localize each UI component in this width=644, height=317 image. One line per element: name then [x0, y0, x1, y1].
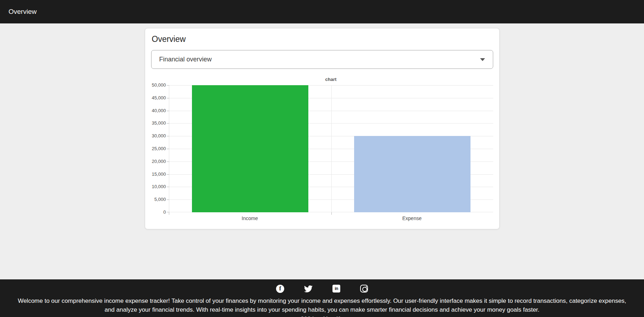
main-content: Overview Financial overview chart 05,000…: [0, 28, 644, 279]
chevron-down-icon: [480, 58, 485, 61]
instagram-icon[interactable]: [360, 285, 368, 293]
card-title: Overview: [152, 34, 493, 44]
y-axis-tick: [167, 85, 169, 86]
y-axis-tick: [167, 123, 169, 124]
x-axis-tick: [331, 212, 332, 215]
y-axis-tick: [167, 111, 169, 111]
chart-bar-expense[interactable]: [354, 136, 470, 212]
x-axis-tick: [169, 212, 169, 215]
brand-name: Vuetify: [324, 316, 343, 317]
y-axis-label: 0: [147, 209, 166, 215]
twitter-icon[interactable]: [304, 284, 313, 293]
footer: f in Welcome to our comprehensive income…: [0, 279, 644, 317]
y-axis-tick: [167, 162, 169, 162]
social-links: f in: [0, 284, 644, 293]
x-axis-label: Expense: [331, 215, 493, 221]
overview-card: Overview Financial overview chart 05,000…: [145, 28, 500, 229]
x-axis-label: Income: [169, 215, 331, 221]
y-axis-label: 30,000: [147, 133, 166, 138]
select-value: Financial overview: [159, 56, 212, 63]
y-axis-label: 10,000: [147, 184, 166, 189]
y-axis-tick: [167, 200, 169, 200]
y-axis-label: 35,000: [147, 120, 166, 126]
copyright-year: 2024 —: [301, 316, 322, 317]
y-axis-label: 50,000: [147, 82, 166, 88]
y-axis-tick: [167, 149, 169, 149]
chart-title: chart: [169, 77, 493, 82]
y-axis-label: 25,000: [147, 146, 166, 151]
app-bar-title: Overview: [9, 8, 37, 16]
facebook-icon[interactable]: f: [276, 285, 284, 293]
y-axis-label: 20,000: [147, 159, 166, 164]
y-axis-label: 15,000: [147, 171, 166, 177]
linkedin-icon[interactable]: in: [332, 285, 340, 293]
y-axis-tick: [167, 136, 169, 136]
x-axis-labels: IncomeExpense: [169, 215, 493, 221]
footer-description: Welcome to our comprehensive income expe…: [0, 296, 644, 314]
financial-overview-select[interactable]: Financial overview: [151, 50, 493, 69]
footer-copyright: 2024 — Vuetify: [0, 316, 644, 317]
y-axis-tick: [167, 187, 169, 187]
y-axis-label: 40,000: [147, 108, 166, 113]
chart: chart 05,00010,00015,00020,00025,00030,0…: [151, 77, 493, 221]
chart-plot-area: 05,00010,00015,00020,00025,00030,00035,0…: [169, 85, 493, 212]
y-axis-tick: [167, 98, 169, 98]
gridline: [331, 85, 332, 212]
y-axis-tick: [167, 174, 169, 175]
chart-bar-income[interactable]: [192, 85, 308, 212]
y-axis-label: 45,000: [147, 95, 166, 100]
y-axis-label: 5,000: [147, 197, 166, 202]
app-bar: Overview: [0, 0, 644, 23]
